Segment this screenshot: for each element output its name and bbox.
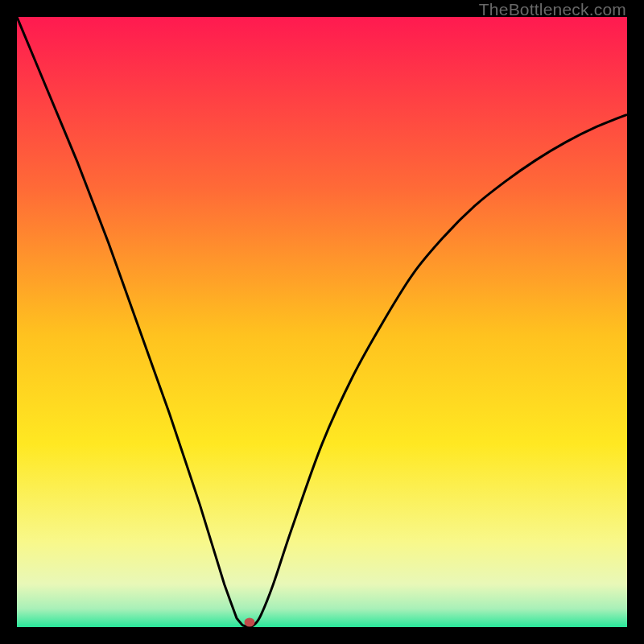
plot-area — [17, 17, 627, 627]
chart-frame: TheBottleneck.com — [0, 0, 644, 644]
optimal-point-marker — [245, 618, 255, 627]
bottleneck-curve — [17, 17, 627, 627]
watermark-text: TheBottleneck.com — [479, 0, 626, 19]
